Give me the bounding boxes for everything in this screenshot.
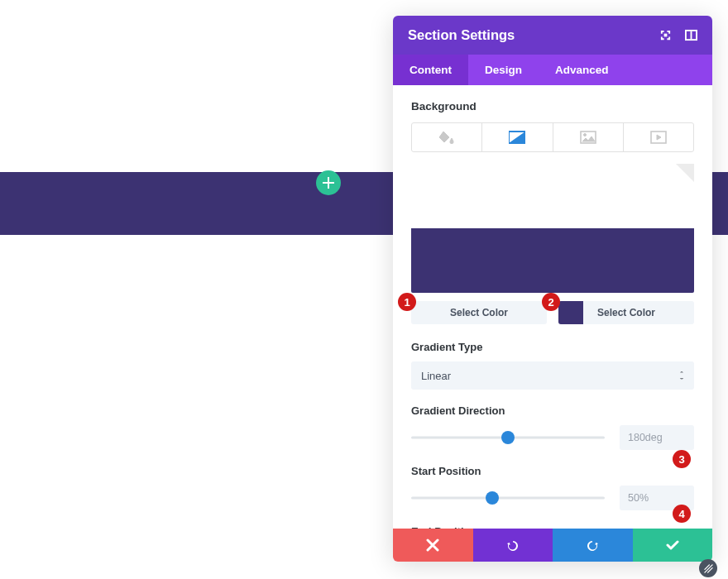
cancel-button[interactable] <box>393 529 473 562</box>
color-swatch-2 <box>558 301 583 324</box>
callout-badge-2: 2 <box>542 293 560 311</box>
svg-marker-8 <box>657 135 661 140</box>
expand-icon[interactable] <box>659 29 672 41</box>
callout-badge-1: 1 <box>398 293 416 311</box>
slider-track <box>411 497 605 500</box>
background-type-tabs <box>411 122 694 152</box>
bg-type-gradient[interactable] <box>481 123 552 151</box>
undo-button[interactable] <box>473 529 553 562</box>
end-position-label: End Position <box>411 525 694 529</box>
resize-icon <box>704 564 713 573</box>
gradient-direction-label: Gradient Direction <box>411 404 694 417</box>
gradient-type-label: Gradient Type <box>411 341 694 353</box>
select-color-label: Select Color <box>450 307 508 318</box>
redo-button[interactable] <box>553 529 633 562</box>
select-color-1-button[interactable]: Select Color <box>411 301 547 324</box>
gradient-type-value: Linear <box>421 370 451 382</box>
column-layout-icon[interactable] <box>685 29 697 41</box>
slider-thumb[interactable] <box>501 431 515 444</box>
check-icon <box>666 538 679 552</box>
gradient-type-select[interactable]: Linear <box>411 361 694 390</box>
close-icon <box>426 538 439 552</box>
redo-icon <box>586 538 599 552</box>
panel-footer <box>393 529 712 562</box>
gradient-direction-input[interactable]: 180deg <box>620 425 694 450</box>
image-icon <box>580 131 596 144</box>
svg-marker-4 <box>509 132 525 143</box>
bg-type-color[interactable] <box>412 123 481 151</box>
bg-type-video[interactable] <box>623 123 693 151</box>
gradient-preview <box>411 164 694 293</box>
video-icon <box>650 131 667 144</box>
paint-bucket-icon <box>438 131 455 144</box>
svg-rect-0 <box>664 34 668 37</box>
tab-advanced[interactable]: Advanced <box>539 55 625 85</box>
start-position-label: Start Position <box>411 465 694 477</box>
plus-icon <box>323 177 334 189</box>
gradient-direction-slider[interactable] <box>411 428 605 447</box>
callout-badge-3: 3 <box>673 450 691 468</box>
svg-point-6 <box>583 134 586 136</box>
panel-title: Section Settings <box>408 27 515 43</box>
bg-type-image[interactable] <box>553 123 623 151</box>
save-button[interactable] <box>633 529 713 562</box>
tab-content[interactable]: Content <box>393 55 468 85</box>
panel-tabs: Content Design Advanced <box>393 55 712 85</box>
background-label: Background <box>411 100 694 112</box>
panel-header: Section Settings <box>393 16 712 55</box>
add-section-button[interactable] <box>316 170 341 195</box>
slider-thumb[interactable] <box>486 491 499 505</box>
select-color-2-button[interactable]: Select Color <box>558 301 694 324</box>
tab-design[interactable]: Design <box>468 55 539 85</box>
gradient-icon <box>509 131 525 144</box>
callout-badge-4: 4 <box>673 505 691 523</box>
start-position-slider[interactable] <box>411 488 605 508</box>
section-settings-panel: Section Settings Content Design Advanced… <box>393 16 712 562</box>
select-color-label: Select Color <box>597 307 655 318</box>
resize-handle[interactable] <box>699 559 717 577</box>
undo-icon <box>506 538 520 552</box>
